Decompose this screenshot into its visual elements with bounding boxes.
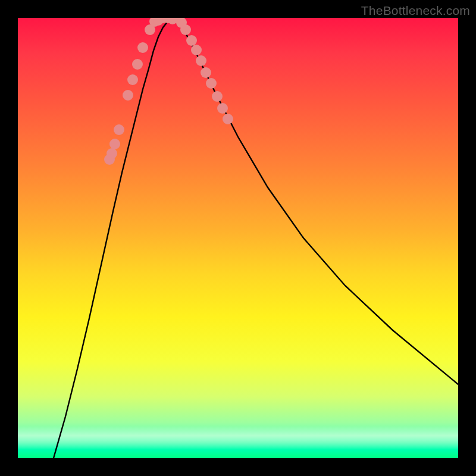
watermark-text: TheBottleneck.com [361,4,470,18]
plot-area [18,18,458,458]
chart-frame: TheBottleneck.com [0,0,476,476]
